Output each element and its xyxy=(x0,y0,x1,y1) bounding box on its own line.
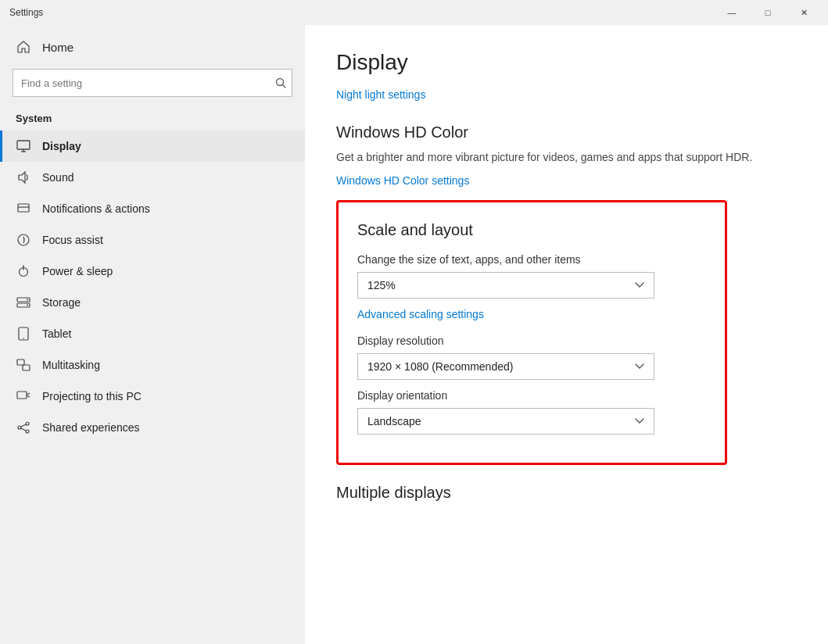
display-icon xyxy=(16,138,31,154)
shared-label: Shared experiences xyxy=(42,421,140,434)
multitasking-label: Multitasking xyxy=(42,359,100,371)
maximize-button[interactable]: □ xyxy=(750,0,786,25)
svg-line-1 xyxy=(283,85,286,88)
sound-icon xyxy=(16,170,31,185)
search-button[interactable] xyxy=(275,77,286,88)
page-title: Display xyxy=(336,50,797,75)
svg-rect-6 xyxy=(18,204,29,212)
svg-point-22 xyxy=(18,426,21,429)
sidebar-item-tablet[interactable]: Tablet xyxy=(0,318,305,349)
display-label: Display xyxy=(42,140,81,152)
orientation-dropdown-chevron xyxy=(635,418,644,424)
content-area: Display Night light settings Windows HD … xyxy=(305,25,828,644)
sidebar-item-display[interactable]: Display xyxy=(0,131,305,162)
minimize-button[interactable]: — xyxy=(714,0,750,25)
resolution-dropdown-chevron xyxy=(635,363,644,370)
svg-rect-19 xyxy=(17,392,27,399)
sidebar-item-power[interactable]: Power & sleep xyxy=(0,256,305,287)
svg-point-13 xyxy=(27,299,28,301)
titlebar: Settings — □ ✕ xyxy=(0,0,828,25)
multiple-displays-title: Multiple displays xyxy=(336,484,797,502)
orientation-dropdown[interactable]: Landscape xyxy=(357,408,654,435)
search-icon xyxy=(275,77,286,88)
svg-marker-5 xyxy=(19,172,25,183)
sidebar-item-sound[interactable]: Sound xyxy=(0,162,305,193)
tablet-icon xyxy=(16,326,31,342)
svg-line-26 xyxy=(21,428,26,431)
size-dropdown-chevron xyxy=(635,282,644,288)
svg-point-23 xyxy=(26,422,29,425)
sound-label: Sound xyxy=(42,171,73,184)
storage-icon xyxy=(16,295,31,310)
svg-rect-18 xyxy=(23,365,30,370)
projecting-icon xyxy=(16,388,31,404)
power-icon xyxy=(16,263,31,279)
shared-icon xyxy=(16,420,31,435)
hd-color-title: Windows HD Color xyxy=(336,123,797,141)
power-label: Power & sleep xyxy=(42,265,113,277)
close-button[interactable]: ✕ xyxy=(786,0,822,25)
resolution-dropdown-value: 1920 × 1080 (Recommended) xyxy=(367,360,513,373)
sidebar-item-multitasking[interactable]: Multitasking xyxy=(0,349,305,381)
notifications-label: Notifications & actions xyxy=(42,202,150,215)
home-icon xyxy=(16,39,31,55)
search-input[interactable] xyxy=(13,69,292,97)
app-body: Home System Display xyxy=(0,25,828,644)
size-field-label: Change the size of text, apps, and other… xyxy=(357,253,706,266)
focus-label: Focus assist xyxy=(42,234,103,246)
sidebar-item-storage[interactable]: Storage xyxy=(0,287,305,318)
svg-point-14 xyxy=(27,305,28,306)
svg-point-24 xyxy=(26,430,29,433)
sidebar: Home System Display xyxy=(0,25,305,644)
sidebar-section-system: System xyxy=(0,109,305,131)
scale-layout-title: Scale and layout xyxy=(357,221,706,239)
notifications-icon xyxy=(16,201,31,216)
sidebar-item-focus[interactable]: Focus assist xyxy=(0,224,305,256)
focus-icon xyxy=(16,232,31,248)
storage-label: Storage xyxy=(42,296,81,309)
search-box xyxy=(13,69,292,97)
svg-rect-17 xyxy=(17,360,24,365)
size-dropdown[interactable]: 125% xyxy=(357,272,654,299)
scale-layout-section: Scale and layout Change the size of text… xyxy=(336,200,727,465)
svg-line-25 xyxy=(21,424,26,427)
sidebar-item-projecting[interactable]: Projecting to this PC xyxy=(0,381,305,412)
home-label: Home xyxy=(42,41,73,54)
resolution-field-label: Display resolution xyxy=(357,335,706,347)
orientation-dropdown-value: Landscape xyxy=(367,415,421,428)
window-controls: — □ ✕ xyxy=(714,0,822,25)
svg-point-8 xyxy=(18,234,29,245)
svg-point-16 xyxy=(23,338,24,339)
app-title: Settings xyxy=(9,7,43,18)
projecting-label: Projecting to this PC xyxy=(42,390,142,402)
orientation-field-label: Display orientation xyxy=(357,389,706,402)
sidebar-item-shared[interactable]: Shared experiences xyxy=(0,412,305,443)
night-light-link[interactable]: Night light settings xyxy=(336,88,425,101)
size-dropdown-value: 125% xyxy=(367,279,396,292)
sidebar-item-home[interactable]: Home xyxy=(0,31,305,63)
resolution-dropdown[interactable]: 1920 × 1080 (Recommended) xyxy=(357,353,654,380)
sidebar-item-notifications[interactable]: Notifications & actions xyxy=(0,193,305,224)
advanced-scaling-link[interactable]: Advanced scaling settings xyxy=(357,308,706,320)
tablet-label: Tablet xyxy=(42,327,71,340)
multitasking-icon xyxy=(16,357,31,373)
hd-color-link[interactable]: Windows HD Color settings xyxy=(336,174,469,187)
hd-color-desc: Get a brighter and more vibrant picture … xyxy=(336,149,774,166)
svg-rect-2 xyxy=(17,141,30,149)
